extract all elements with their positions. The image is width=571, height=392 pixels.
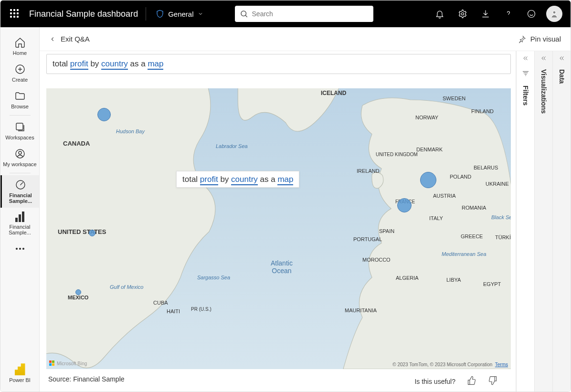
smile-icon [527,9,536,19]
qna-query-text: total profit by country as a map [53,59,163,70]
water-label: Labrador Sea [216,143,248,149]
nav-workspaces-label: Workspaces [5,135,34,140]
country-label: PORTUGAL [353,236,382,242]
ellipsis-icon [14,243,26,254]
map-bubble-france[interactable] [397,198,412,212]
settings-button[interactable] [452,3,473,24]
rail-separator-2 [10,173,31,173]
country-label: NORWAY [415,115,438,120]
nav-workspaces[interactable]: Workspaces [0,117,39,144]
svg-rect-15 [52,363,54,366]
bing-credit: Microsoft Bing [49,360,87,366]
thumbs-down-button[interactable] [488,376,497,387]
svg-rect-12 [49,360,52,363]
water-label: Hudson Bay [116,128,145,134]
main: total profit by country as a map Hudson … [40,51,571,392]
country-label: SPAIN [379,228,394,234]
filters-icon [521,69,530,80]
bing-credit-text: Microsoft Bing [57,361,87,366]
account-button[interactable] [544,3,565,24]
sensitivity-dropdown[interactable]: General [154,7,205,21]
nav-home[interactable]: Home [0,33,39,60]
plus-circle-icon [14,64,26,75]
country-label: PR (U.S.) [191,307,211,312]
nav-my-workspace[interactable]: My workspace [0,144,39,171]
feedback-question: Is this useful? [414,378,455,385]
visualizations-pane[interactable]: Visualizations [534,51,552,392]
nav-financial-sample-dashboard[interactable]: Financial Sample... [0,175,39,208]
filters-pane[interactable]: Filters [516,51,534,392]
map-bubble-united-states[interactable] [89,230,95,236]
nav-browse[interactable]: Browse [0,86,39,113]
country-label: ICELAND [321,90,346,96]
nav-financial-sample-2-label: Financial Sample... [2,224,37,235]
map-visual[interactable]: Hudson BayLabrador SeaGulf of MexicoSarg… [46,88,511,369]
qna-input[interactable]: total profit by country as a map [46,54,511,74]
pin-visual-label: Pin visual [530,35,561,43]
collapse-filters-button[interactable] [522,55,529,64]
country-label: MEXICO [68,295,88,300]
pin-visual-button[interactable]: Pin visual [518,35,561,43]
gauge-icon [15,179,26,191]
svg-point-1 [462,13,464,15]
search-icon [240,10,248,18]
country-label: UNITED KINGDOM [376,152,418,157]
feedback-button[interactable] [521,3,542,24]
nav-create-label: Create [12,77,28,83]
country-label: GREECE [461,233,483,239]
stack-icon [14,121,26,133]
country-label: MAURITANIA [345,307,377,313]
country-label: POLAND [450,174,471,180]
nav-financial-sample-1-label: Financial Sample... [4,192,37,204]
question-icon [504,9,513,19]
svg-point-9 [16,248,17,250]
country-label: ALGERIA [396,275,419,281]
sensitivity-label: General [168,10,193,18]
nav-more[interactable] [0,239,39,258]
country-label: DENMARK [416,147,443,152]
water-label: Sargasso Sea [197,275,230,280]
map-bubble-canada[interactable] [97,108,111,121]
download-icon [481,9,490,19]
download-button[interactable] [475,3,496,24]
shield-icon [156,10,164,18]
collapse-data-button[interactable] [559,55,565,64]
water-label: Black Sea [491,214,511,220]
nav-powerbi[interactable]: Power BI [0,359,39,387]
nav-rail: Home Create Browse Workspaces My workspa… [0,27,40,392]
notifications-button[interactable] [429,3,450,24]
thumbs-up-icon [467,376,476,385]
map-bubble-germany[interactable] [420,172,436,188]
nav-my-workspace-label: My workspace [3,161,36,167]
terms-link[interactable]: Terms [495,362,508,367]
double-chevron-left-icon [559,55,565,62]
svg-point-3 [553,11,556,14]
exit-qna-button[interactable]: Exit Q&A [49,35,90,43]
nav-create[interactable]: Create [0,60,39,86]
water-label: Mediterranean Sea [442,251,486,257]
map-bubble-mexico[interactable] [75,289,81,295]
gear-icon [458,9,467,19]
app-launcher-icon[interactable] [6,5,23,22]
country-label: IRELAND [357,168,380,174]
svg-point-2 [528,11,535,18]
data-pane[interactable]: Data [552,51,571,392]
svg-point-11 [22,248,24,250]
country-label: MOROCCO [362,257,391,263]
thumbs-up-button[interactable] [467,376,476,387]
folder-icon [14,90,26,102]
side-panes: Filters Visualizations Data [516,51,571,392]
filters-pane-title: Filters [522,85,529,106]
content-area: total profit by country as a map Hudson … [40,51,516,392]
bar-chart-icon [15,212,24,222]
collapse-visualizations-button[interactable] [540,55,547,64]
country-label: AUSTRIA [433,193,456,199]
powerbi-logo-icon [15,363,25,375]
help-button[interactable] [498,3,519,24]
water-label: Gulf of Mexico [110,284,143,290]
double-chevron-left-icon [540,55,547,62]
search-box[interactable] [235,6,373,22]
nav-financial-sample-report[interactable]: Financial Sample... [0,208,39,239]
country-label: CUBA [153,300,168,306]
search-input[interactable] [252,10,369,18]
